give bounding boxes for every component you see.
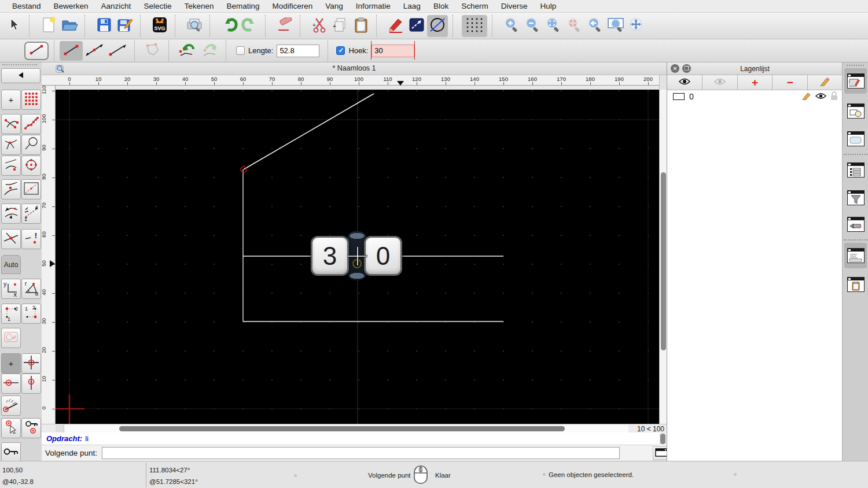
menu-item[interactable]: Blok	[427, 0, 455, 13]
v-scroll-thumb[interactable]	[661, 172, 666, 350]
select-cursor-button[interactable]	[3, 15, 24, 37]
lock-button[interactable]	[1, 442, 21, 463]
zoom-window-button[interactable]	[605, 15, 626, 37]
coord-cartesian-button[interactable]: y x	[1, 279, 21, 299]
hoek-checkbox[interactable]	[336, 46, 345, 55]
lock-point-button[interactable]	[21, 418, 41, 438]
lengte-input[interactable]	[277, 45, 319, 57]
command-input[interactable]	[102, 447, 620, 459]
menu-item[interactable]: Vang	[319, 0, 350, 13]
snap-nearest-button[interactable]	[1, 156, 21, 176]
zoom-previous-button[interactable]	[584, 15, 605, 37]
layer-edit-pencil-icon[interactable]	[802, 91, 811, 102]
menu-item[interactable]: Bemating	[220, 0, 266, 13]
ray-button[interactable]	[106, 41, 129, 61]
menu-item[interactable]: Bewerken	[47, 0, 95, 13]
menu-item[interactable]: Diverse	[495, 0, 534, 13]
line-segment-button[interactable]	[60, 41, 83, 61]
snap-divide-button[interactable]: 1 2	[21, 204, 41, 224]
polygon-button[interactable]	[140, 41, 163, 61]
angle-gauge-button[interactable]	[1, 395, 21, 416]
snap-center-button[interactable]	[21, 156, 41, 176]
dock-command-panel-button[interactable]	[844, 243, 867, 268]
canvas-vertical-scrollbar[interactable]	[659, 90, 667, 424]
construction-line-button[interactable]	[83, 41, 106, 61]
h-scroll-thumb[interactable]	[119, 426, 565, 431]
layer-row[interactable]: 0	[667, 90, 843, 103]
pencil-style-button[interactable]	[385, 15, 406, 37]
cut-button[interactable]: +	[309, 15, 330, 37]
dock-clipboard-panel-button[interactable]	[844, 272, 867, 297]
drawing-canvas[interactable]: 3 0	[56, 90, 659, 424]
menu-item[interactable]: Informatie	[350, 0, 397, 13]
show-all-layers-button[interactable]	[667, 75, 703, 90]
dock-layers-panel-button[interactable]	[844, 68, 867, 94]
document-titlebar[interactable]: * Naamloos 1	[42, 62, 667, 75]
ellipse-mode-button[interactable]	[427, 15, 448, 37]
sidebar-collapse-button[interactable]	[1, 68, 41, 83]
snap-on-circle-button[interactable]	[21, 135, 41, 155]
print-preview-button[interactable]	[184, 15, 205, 37]
save-as-button[interactable]	[115, 15, 135, 37]
redo-segment-button[interactable]	[197, 41, 220, 61]
points-order-1-button[interactable]: 1 2	[1, 304, 21, 324]
dock-properties-panel-button[interactable]	[844, 126, 867, 151]
new-document-button[interactable]	[38, 15, 59, 37]
cursor-vertical-button[interactable]	[21, 374, 41, 394]
cursor-crosshair-button[interactable]	[21, 353, 41, 374]
save-button[interactable]	[94, 15, 115, 37]
layers-panel-titlebar[interactable]: ✕ ❐ Lagenlijst	[667, 62, 843, 75]
menu-item[interactable]: Selectie	[137, 0, 178, 13]
layer-color-swatch[interactable]	[673, 93, 685, 100]
menu-item[interactable]: Modificeren	[266, 0, 319, 13]
undo-segment-button[interactable]	[174, 41, 197, 61]
redo-button[interactable]	[240, 15, 260, 37]
dock-filter-panel-button[interactable]	[844, 185, 867, 210]
remove-layer-button[interactable]: −	[773, 75, 808, 90]
pan-button[interactable]	[626, 15, 647, 37]
menu-item[interactable]: Hulp	[534, 0, 562, 13]
layer-visibility-eye-icon[interactable]	[815, 91, 826, 102]
pick-point-button[interactable]	[1, 418, 21, 438]
zoom-in-button[interactable]	[501, 15, 522, 37]
zoom-selection-button[interactable]	[564, 15, 584, 37]
menu-item[interactable]: Bestand	[6, 0, 47, 13]
command-history-scrollbar[interactable]	[659, 432, 667, 445]
snap-exclude-button[interactable]: !	[21, 229, 41, 249]
lengte-checkbox[interactable]	[236, 46, 245, 55]
snap-cross-button[interactable]	[1, 229, 21, 249]
hide-all-layers-button[interactable]	[703, 75, 738, 90]
coord-polar-button[interactable]: r a	[21, 279, 41, 299]
dock-drag-handle[interactable]	[847, 65, 864, 66]
snap-tangent-button[interactable]	[1, 179, 21, 199]
current-tool-button[interactable]	[24, 42, 49, 60]
undo-button[interactable]	[219, 15, 240, 37]
zoom-out-button[interactable]	[522, 15, 543, 37]
copy-button[interactable]: +	[330, 15, 351, 37]
svg-export-button[interactable]: SVG	[149, 15, 170, 37]
snap-vertex-button[interactable]	[21, 114, 41, 134]
dock-tools-panel-button[interactable]	[844, 212, 867, 237]
snap-parallel-button[interactable]	[1, 204, 21, 224]
rotate-snap-button[interactable]	[1, 328, 21, 348]
paste-button[interactable]	[351, 15, 372, 37]
snap-grid-button[interactable]	[21, 90, 41, 110]
snap-extents-button[interactable]	[21, 179, 41, 199]
canvas-horizontal-scrollbar[interactable]: 10 < 100	[42, 424, 667, 432]
add-layer-button[interactable]: +	[738, 75, 773, 90]
dock-list-panel-button[interactable]	[844, 157, 867, 183]
open-folder-button[interactable]	[59, 15, 80, 37]
menu-item[interactable]: Scherm	[455, 0, 495, 13]
points-order-2-button[interactable]: 1 2	[21, 304, 41, 324]
menu-item[interactable]: Laag	[397, 0, 427, 13]
snap-auto-button[interactable]: Auto	[1, 255, 21, 274]
cursor-plain-button[interactable]: +	[1, 353, 21, 374]
snap-point-button[interactable]: +	[1, 90, 21, 110]
layer-lock-icon[interactable]	[830, 91, 838, 102]
zoom-extents-button[interactable]	[543, 15, 564, 37]
menu-item[interactable]: Tekenen	[178, 0, 220, 13]
line-style-button[interactable]	[406, 15, 427, 37]
sidebar-drag-handle[interactable]	[2, 64, 37, 66]
cursor-horizontal-button[interactable]	[1, 374, 21, 394]
edit-layer-button[interactable]	[808, 75, 843, 90]
